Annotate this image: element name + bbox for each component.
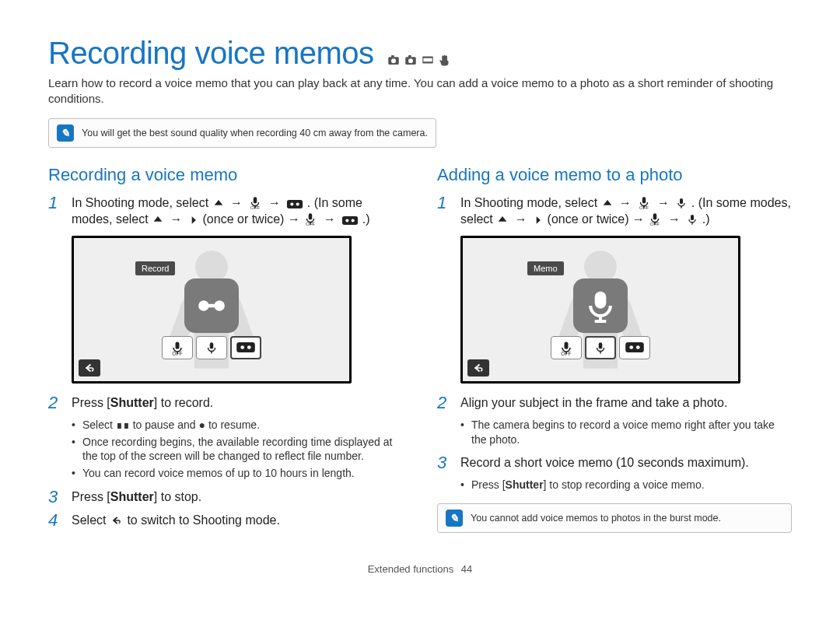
cassette-big-icon (184, 278, 239, 333)
page-footer: Extended functions 44 (48, 563, 792, 575)
tooltip-label: Record (135, 261, 175, 275)
tip-note: ✎ You will get the best sound quality wh… (48, 118, 436, 148)
camera-mode-icon-2 (404, 53, 418, 67)
step-4: 4 Select to switch to Shooting mode. (48, 512, 403, 529)
menu-up-icon (152, 213, 164, 226)
option-mic[interactable] (585, 336, 616, 359)
option-row (551, 336, 650, 359)
step-number: 2 (437, 394, 450, 412)
step-number: 1 (437, 194, 450, 212)
mic-off-icon (637, 195, 651, 209)
step-number: 4 (48, 512, 61, 529)
option-mic[interactable] (196, 336, 227, 359)
step-text: Record a short voice memo (10 seconds ma… (460, 454, 749, 471)
tip-note-burst: ✎ You cannot add voice memos to photos i… (437, 503, 792, 533)
step-number: 2 (48, 394, 61, 412)
step-text: Press [Shutter] to record. (72, 394, 213, 412)
step-3: 3 Record a short voice memo (10 seconds … (437, 454, 792, 471)
camera-screen: Memo (460, 236, 740, 384)
section-heading: Recording a voice memo (48, 165, 403, 185)
mic-big-icon (573, 278, 628, 333)
back-button[interactable] (79, 359, 100, 377)
note-icon: ✎ (446, 510, 463, 527)
step-2: 2 Press [Shutter] to record. (48, 394, 403, 412)
note-text: You will get the best sound quality when… (82, 128, 428, 138)
columns: Recording a voice memo 1 In Shooting mod… (48, 165, 792, 536)
mode-icons (387, 53, 452, 67)
step-number: 3 (48, 489, 61, 506)
hand-mode-icon (438, 53, 452, 67)
step-1: 1 In Shooting mode, select → → . (In som… (437, 194, 792, 228)
mic-icon (686, 213, 698, 226)
page-number: 44 (461, 563, 472, 575)
left-column: Recording a voice memo 1 In Shooting mod… (48, 165, 403, 536)
mic-off-icon (303, 212, 317, 226)
mic-icon (675, 197, 688, 209)
step-3-bullets: Press [Shutter] to stop recording a voic… (460, 478, 792, 492)
chevron-right-icon (188, 215, 199, 226)
back-button[interactable] (467, 359, 489, 377)
note-text: You cannot add voice memos to photos in … (471, 513, 721, 524)
title-row: Recording voice memos (48, 36, 792, 71)
bullet: Select ∎∎ to pause and ● to resume. (72, 418, 403, 433)
screenshot-memo: Memo (460, 236, 792, 384)
page-title: Recording voice memos (48, 36, 374, 71)
option-row (162, 336, 261, 359)
cassette-icon (341, 215, 359, 226)
step-text: Press [Shutter] to stop. (72, 489, 201, 506)
scene-mode-icon (421, 53, 435, 67)
step-2-bullets: Select ∎∎ to pause and ● to resume. Once… (72, 418, 403, 482)
step-text: In Shooting mode, select → → . (In some … (460, 194, 792, 228)
mic-off-icon (248, 195, 262, 209)
chevron-right-icon (533, 215, 544, 226)
step-2-bullets: The camera begins to record a voice memo… (460, 418, 792, 447)
step-text: Select to switch to Shooting mode. (72, 512, 280, 529)
step-2: 2 Align your subject in the frame and ta… (437, 394, 792, 412)
step-text: In Shooting mode, select → → . (In some … (72, 194, 403, 228)
camera-mode-icon (387, 53, 401, 67)
tooltip-label: Memo (527, 261, 564, 275)
bullet: You can record voice memos of up to 10 h… (72, 466, 403, 481)
option-mic-off[interactable] (551, 336, 582, 359)
step-number: 3 (437, 454, 450, 471)
step-3: 3 Press [Shutter] to stop. (48, 489, 403, 506)
step-text: Align your subject in the frame and take… (460, 394, 727, 412)
footer-section: Extended functions (368, 563, 454, 575)
step-number: 1 (48, 194, 61, 212)
menu-up-icon (496, 213, 509, 226)
screenshot-record: Record (72, 236, 403, 384)
bullet: The camera begins to record a voice memo… (460, 418, 792, 447)
section-heading: Adding a voice memo to a photo (437, 165, 792, 185)
option-mic-off[interactable] (162, 336, 193, 359)
note-icon: ✎ (57, 124, 74, 142)
mic-off-icon (648, 212, 662, 226)
manual-page: Recording voice memos Learn how to recor… (0, 0, 840, 575)
right-column: Adding a voice memo to a photo 1 In Shoo… (437, 165, 792, 536)
menu-up-icon (601, 197, 614, 209)
bullet: Press [Shutter] to stop recording a voic… (460, 478, 792, 492)
bullet: Once recording begins, the available rec… (72, 435, 403, 464)
back-icon (110, 514, 124, 527)
camera-screen: Record (72, 236, 352, 384)
step-1: 1 In Shooting mode, select → → . (In som… (48, 194, 403, 228)
cassette-icon (286, 199, 303, 209)
option-cassette[interactable] (230, 336, 261, 359)
intro-text: Learn how to record a voice memo that yo… (48, 75, 792, 107)
option-cassette[interactable] (619, 336, 650, 359)
menu-up-icon (212, 197, 225, 209)
